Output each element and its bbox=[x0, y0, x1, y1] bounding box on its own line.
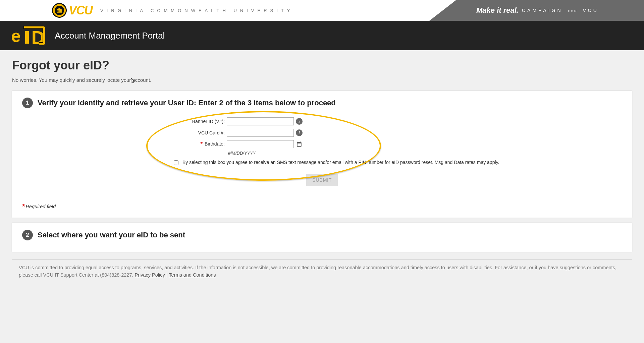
step1-card: 1 Verify your identity and retrieve your… bbox=[12, 91, 632, 218]
step1-title: Verify your identity and retrieve your U… bbox=[38, 99, 336, 107]
svg-marker-1 bbox=[57, 8, 62, 10]
university-name: VIRGINIA COMMONWEALTH UNIVERSITY bbox=[100, 8, 293, 13]
vcu-card-label: VCU Card #: bbox=[22, 130, 227, 135]
birthdate-label: * Birthdate: bbox=[22, 141, 227, 148]
page-content: Forgot your eID? No worries. You may qui… bbox=[0, 50, 644, 286]
campaign-text: CAMPAIGN FOR VCU bbox=[522, 8, 599, 13]
eid-logo-icon: e D bbox=[7, 24, 45, 47]
campaign-for: FOR bbox=[568, 9, 577, 13]
step2-card: 2 Select where you want your eID to be s… bbox=[12, 223, 632, 252]
svg-text:e: e bbox=[11, 26, 20, 46]
submit-button[interactable]: SUBMIT bbox=[306, 174, 338, 186]
vcu-wordmark: VCU bbox=[69, 3, 92, 17]
required-field-note: *Required field bbox=[22, 202, 622, 211]
banner-id-label: Banner ID (V#): bbox=[22, 119, 227, 124]
step2-title: Select where you want your eID to be sen… bbox=[38, 231, 185, 239]
footer-text: VCU is committed to providing equal acce… bbox=[12, 264, 632, 284]
campaign-word: CAMPAIGN bbox=[522, 8, 563, 13]
birthdate-input[interactable] bbox=[227, 140, 294, 148]
terms-link[interactable]: Terms and Conditions bbox=[169, 272, 216, 278]
svg-rect-2 bbox=[57, 10, 58, 12]
vcu-card-input[interactable] bbox=[227, 129, 294, 137]
info-icon[interactable]: i bbox=[296, 118, 303, 125]
step1-header: 1 Verify your identity and retrieve your… bbox=[22, 98, 622, 108]
portal-title: Account Management Portal bbox=[55, 31, 165, 41]
page-subtext: No worries. You may quickly and securely… bbox=[12, 77, 632, 83]
svg-rect-4 bbox=[60, 10, 60, 12]
required-field-text: Required field bbox=[26, 204, 56, 209]
footer-body: VCU is committed to providing equal acce… bbox=[19, 265, 616, 278]
vcu-topbar: VCU VIRGINIA COMMONWEALTH UNIVERSITY Mak… bbox=[0, 0, 644, 21]
svg-rect-5 bbox=[61, 10, 61, 12]
step1-number-badge: 1 bbox=[22, 98, 33, 108]
banner-id-input[interactable] bbox=[227, 117, 294, 125]
calendar-icon[interactable] bbox=[296, 141, 303, 148]
svg-rect-7 bbox=[25, 31, 29, 44]
step2-number-badge: 2 bbox=[22, 230, 33, 240]
campaign-vcu: VCU bbox=[583, 8, 599, 13]
page-heading: Forgot your eID? bbox=[12, 58, 632, 72]
campaign-banner[interactable]: Make it real. CAMPAIGN FOR VCU bbox=[429, 0, 644, 21]
step2-header: 2 Select where you want your eID to be s… bbox=[22, 230, 622, 240]
campaign-slogan: Make it real. bbox=[476, 6, 519, 15]
portal-header: e D Account Management Portal bbox=[0, 21, 644, 50]
consent-checkbox[interactable] bbox=[174, 160, 178, 165]
birthdate-hint: MM/DD/YYYY bbox=[228, 151, 622, 156]
privacy-policy-link[interactable]: Privacy Policy bbox=[135, 272, 165, 278]
info-icon[interactable]: i bbox=[296, 129, 303, 136]
consent-text: By selecting this box you agree to recei… bbox=[182, 159, 499, 166]
vcu-seal-icon bbox=[52, 3, 67, 18]
birthdate-label-text: Birthdate: bbox=[205, 141, 225, 147]
svg-rect-3 bbox=[59, 10, 59, 12]
separator-line bbox=[12, 259, 632, 260]
